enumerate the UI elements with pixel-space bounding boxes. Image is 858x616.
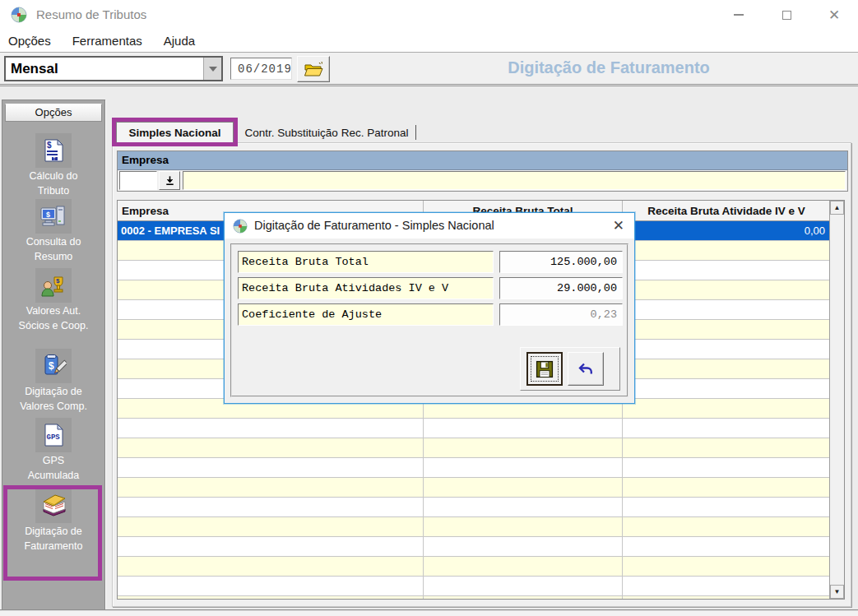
dialog-app-icon <box>233 219 248 234</box>
empresa-code-input[interactable] <box>119 171 157 190</box>
dialog-close-button[interactable]: ✕ <box>613 213 624 239</box>
table-cell <box>623 537 831 557</box>
table-cell <box>118 577 424 596</box>
sidebar-item-valores-aut-socios[interactable]: $ Valores Aut. Sócios e Coop. <box>2 268 104 332</box>
page-title: Digitação de Faturamento <box>461 58 757 77</box>
open-book-icon <box>39 493 68 519</box>
table-row[interactable] <box>118 458 831 478</box>
table-cell <box>424 596 623 599</box>
cell-receita-atividade: 0,00 <box>623 221 831 241</box>
table-cell <box>623 478 831 498</box>
tab-contr-substituicao[interactable]: Contr. Substituição Rec. Patronal <box>240 123 413 142</box>
table-cell <box>623 261 831 280</box>
table-cell <box>623 517 831 537</box>
table-row[interactable] <box>118 577 831 596</box>
triangle-down-icon: ▼ <box>834 588 841 595</box>
menu-opcoes[interactable]: Opções <box>8 34 51 48</box>
minimize-button[interactable] <box>715 0 763 30</box>
focus-rectangle <box>531 356 559 382</box>
table-row[interactable] <box>118 438 831 458</box>
table-row[interactable] <box>118 557 831 577</box>
toolbar: Mensal 06/2019 Digitação de Faturamento <box>0 52 858 86</box>
empresa-group-header: Empresa <box>118 151 847 170</box>
menu-ajuda[interactable]: Ajuda <box>164 34 195 48</box>
sidebar-header-opcoes[interactable]: Opções <box>5 104 102 122</box>
table-row[interactable] <box>118 419 831 438</box>
period-date-input[interactable]: 06/2019 <box>230 58 292 80</box>
sidebar-item-digitacao-valores-comp[interactable]: $ Digitação de Valores Comp. <box>2 349 104 413</box>
table-cell <box>424 478 623 498</box>
table-row[interactable] <box>118 517 831 537</box>
faturamento-dialog: Digitação de Faturamento - Simples Nacio… <box>224 212 635 404</box>
table-cell <box>118 596 424 599</box>
table-cell <box>424 557 623 577</box>
scroll-up-button[interactable]: ▲ <box>830 201 844 215</box>
sidebar-item-digitacao-faturamento[interactable]: Digitação de Faturamento <box>2 489 104 553</box>
close-button[interactable]: ✕ <box>810 0 858 30</box>
table-cell <box>118 438 424 458</box>
table-cell <box>424 537 623 557</box>
table-cell <box>623 419 831 438</box>
empresa-group: Empresa <box>117 151 848 192</box>
table-cell <box>424 517 623 537</box>
maximize-icon <box>782 11 791 20</box>
table-cell <box>623 557 831 577</box>
table-cell <box>623 438 831 458</box>
table-cell <box>118 419 424 438</box>
menu-ferramentas[interactable]: Ferramentas <box>72 34 142 48</box>
save-button[interactable] <box>526 352 563 386</box>
svg-text:T: T <box>53 157 56 161</box>
dialog-title-bar: Digitação de Faturamento - Simples Nacio… <box>225 213 634 239</box>
table-cell <box>623 340 831 359</box>
undo-button[interactable] <box>568 352 604 386</box>
period-dropdown-button[interactable] <box>203 58 221 80</box>
vertical-scrollbar[interactable]: ▲ ▼ <box>829 201 844 599</box>
dialog-title: Digitação de Faturamento - Simples Nacio… <box>254 213 494 239</box>
field-label-receita-bruta-total: Receita Bruta Total <box>238 251 494 273</box>
table-cell <box>118 537 424 557</box>
dialog-field-value[interactable]: 125.000,00 <box>499 251 623 273</box>
table-cell <box>118 458 424 478</box>
scroll-down-button[interactable]: ▼ <box>830 585 844 599</box>
column-header-receita-atividade[interactable]: Receita Bruta Atividade IV e V <box>623 201 831 221</box>
table-cell <box>623 458 831 478</box>
svg-text:$: $ <box>49 360 54 372</box>
table-cell <box>623 359 831 379</box>
svg-text:$: $ <box>46 211 50 219</box>
table-row[interactable] <box>118 537 831 557</box>
table-cell <box>623 300 831 320</box>
open-period-button[interactable] <box>297 56 330 82</box>
close-icon: ✕ <box>828 8 840 22</box>
tab-simples-nacional[interactable]: Simples Nacional <box>116 122 234 142</box>
dialog-field-value[interactable]: 0,23 <box>499 303 623 326</box>
tax-document-icon: $ T <box>40 137 67 164</box>
app-window: Resumo de Tributos ✕ Opções Ferramentas … <box>0 0 858 616</box>
table-cell <box>424 577 623 596</box>
period-select[interactable]: Mensal <box>4 56 223 81</box>
folder-open-icon <box>304 61 323 77</box>
table-cell <box>424 498 623 517</box>
sidebar-item-consulta-do-resumo[interactable]: $ Consulta do Resumo <box>2 199 104 263</box>
table-row[interactable] <box>118 498 831 517</box>
dialog-panel: Receita Bruta Total 125.000,00 Receita B… <box>230 243 628 397</box>
dialog-field-value[interactable]: 29.000,00 <box>499 277 623 299</box>
triangle-up-icon: ▲ <box>834 204 841 211</box>
field-label-coeficiente: Coeficiente de Ajuste <box>238 303 494 326</box>
table-cell <box>623 596 831 599</box>
empresa-name-field[interactable] <box>183 171 846 190</box>
dialog-button-group <box>520 347 620 391</box>
maximize-button[interactable] <box>763 0 810 30</box>
sidebar-item-calculo-do-tributo[interactable]: $ T Cálculo do Tributo <box>2 133 104 197</box>
table-cell <box>118 557 424 577</box>
empresa-lookup-button[interactable] <box>159 171 180 190</box>
table-cell <box>623 280 831 300</box>
table-row[interactable] <box>118 478 831 498</box>
table-cell <box>623 241 831 261</box>
field-label-receita-atividades: Receita Bruta Atividades IV e V <box>238 277 494 299</box>
title-bar: Resumo de Tributos ✕ <box>0 0 858 30</box>
sidebar-item-gps-acumulada[interactable]: GPS GPS Acumulada <box>2 418 104 482</box>
table-cell <box>623 577 831 596</box>
table-cell <box>623 379 831 399</box>
table-row[interactable] <box>118 596 831 599</box>
svg-text:$: $ <box>47 141 52 150</box>
